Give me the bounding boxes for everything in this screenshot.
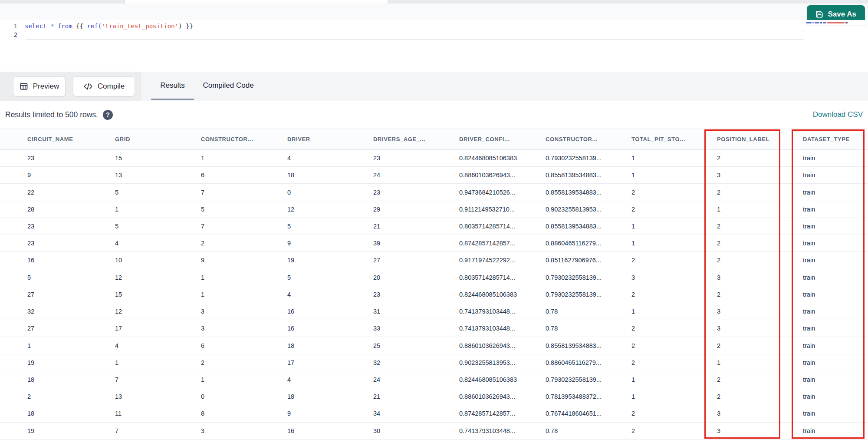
- table-cell: 2: [631, 189, 717, 196]
- compile-button[interactable]: Compile: [73, 76, 135, 96]
- column-header: TOTAL_PIT_STO...: [631, 136, 717, 142]
- table-row: 231514230.8244680851063830.7930232558139…: [0, 150, 868, 167]
- table-cell: 18: [287, 342, 373, 349]
- table-cell: 3: [717, 410, 803, 417]
- table-row: 1610919270.9171974522292...0.85116279069…: [0, 252, 868, 269]
- table-cell: 23: [27, 240, 115, 247]
- table-cell: 0.9112149532710...: [459, 206, 546, 213]
- tab-divider: [388, 0, 388, 3]
- table-cell: 18: [287, 393, 373, 400]
- table-cell: 0.7930232558139...: [546, 274, 631, 281]
- table-cell: 2: [631, 410, 717, 417]
- table-cell: 10: [115, 257, 201, 264]
- table-cell: 27: [373, 257, 459, 264]
- table-cell: 27: [27, 325, 115, 332]
- table-row: 281512290.9112149532710...0.902325581395…: [0, 201, 868, 218]
- table-cell: 5: [201, 206, 287, 213]
- table-cell: 18: [27, 376, 115, 383]
- minimap-viewport-line: [806, 26, 867, 26]
- table-row: 191217320.9023255813953...0.886046511627…: [0, 354, 868, 371]
- editor-tab-strip[interactable]: [0, 0, 868, 3]
- preview-button[interactable]: Preview: [13, 76, 66, 96]
- table-cell: 1: [631, 223, 717, 230]
- table-cell: 24: [373, 172, 459, 179]
- tab-results[interactable]: Results: [151, 72, 194, 99]
- table-cell: 23: [373, 291, 459, 298]
- table-cell: 2: [717, 257, 803, 264]
- tab-compiled-code[interactable]: Compiled Code: [198, 72, 259, 99]
- table-cell: 22: [27, 189, 115, 196]
- table-cell: 0.7674418604651...: [546, 410, 631, 417]
- results-limit-text: Results limited to 500 rows.: [5, 110, 98, 119]
- table-cell: 20: [373, 274, 459, 281]
- table-cell: 1: [27, 342, 115, 349]
- table-cell: 39: [373, 240, 459, 247]
- table-cell: 23: [373, 189, 459, 196]
- editor-minimap[interactable]: [806, 22, 867, 29]
- table-cell: 7: [201, 189, 287, 196]
- table-cell: 1: [201, 274, 287, 281]
- active-editor-tab: [125, 0, 388, 3]
- table-cell: 0.8558139534883...: [546, 172, 631, 179]
- table-cell: 3: [717, 325, 803, 332]
- table-cell: 2: [201, 359, 287, 366]
- table-cell: 32: [27, 308, 115, 315]
- floppy-disk-icon: [815, 10, 823, 18]
- table-cell: 1: [115, 359, 201, 366]
- column-header: GRID: [115, 136, 201, 142]
- code-line[interactable]: select * from {{ ref('train_test_positio…: [25, 22, 193, 30]
- line-number: 2: [0, 30, 17, 39]
- tab-divider: [125, 0, 125, 3]
- table-cell: 16: [287, 325, 373, 332]
- sql-code-editor[interactable]: 1 2 select * from {{ ref('train_test_pos…: [0, 20, 868, 72]
- table-cell: 27: [27, 291, 115, 298]
- table-cell: 2: [717, 189, 803, 196]
- table-row: 3212316310.7413793103448...0.7813train: [0, 303, 868, 320]
- results-info-bar: Results limited to 500 rows. ? Download …: [0, 101, 868, 129]
- tab-results-label: Results: [160, 81, 185, 90]
- table-cell: train: [803, 410, 868, 417]
- table-cell: 5: [27, 274, 115, 281]
- table-cell: 1: [717, 359, 803, 366]
- table-cell: 1: [201, 155, 287, 162]
- table-cell: train: [803, 172, 868, 179]
- table-cell: 0.824468085106383: [459, 291, 546, 298]
- table-cell: 13: [115, 393, 201, 400]
- table-cell: 5: [115, 189, 201, 196]
- table-cell: 1: [115, 206, 201, 213]
- table-cell: 3: [201, 308, 287, 315]
- column-header: DRIVERS_AGE_...: [373, 136, 459, 142]
- table-cell: 30: [373, 427, 459, 434]
- active-line-highlight[interactable]: [25, 31, 804, 40]
- table-cell: 0.78: [546, 308, 631, 315]
- table-cell: 0.78: [546, 427, 631, 434]
- table-cell: 9: [201, 257, 287, 264]
- table-cell: train: [803, 206, 868, 213]
- table-cell: 0.78: [546, 325, 631, 332]
- table-cell: 7: [115, 427, 201, 434]
- table-cell: 0.7930232558139...: [546, 291, 631, 298]
- code-token: from: [58, 23, 72, 30]
- table-cell: 0.824468085106383: [459, 376, 546, 383]
- column-header: DATASET_TYPE: [803, 136, 868, 142]
- question-circle-icon[interactable]: ?: [103, 110, 113, 120]
- table-cell: 0.9473684210526...: [459, 189, 546, 196]
- download-csv-link[interactable]: Download CSV: [813, 110, 863, 119]
- table-cell: 0: [287, 189, 373, 196]
- table-cell: 4: [287, 155, 373, 162]
- table-cell: 0: [201, 393, 287, 400]
- table-cell: 21: [373, 223, 459, 230]
- table-cell: 2: [631, 342, 717, 349]
- table-cell: 2: [631, 257, 717, 264]
- table-row: 181189340.8742857142857...0.767441860465…: [0, 405, 868, 422]
- code-token: }}: [186, 23, 193, 30]
- table-cell: train: [803, 223, 868, 230]
- table-cell: 15: [115, 155, 201, 162]
- table-cell: 1: [201, 291, 287, 298]
- code-token: [47, 23, 50, 30]
- table-cell: 0.9171974522292...: [459, 257, 546, 264]
- table-cell: train: [803, 359, 868, 366]
- table-cell: 0.8511627906976...: [546, 257, 631, 264]
- compile-label: Compile: [98, 82, 125, 91]
- table-cell: 29: [373, 206, 459, 213]
